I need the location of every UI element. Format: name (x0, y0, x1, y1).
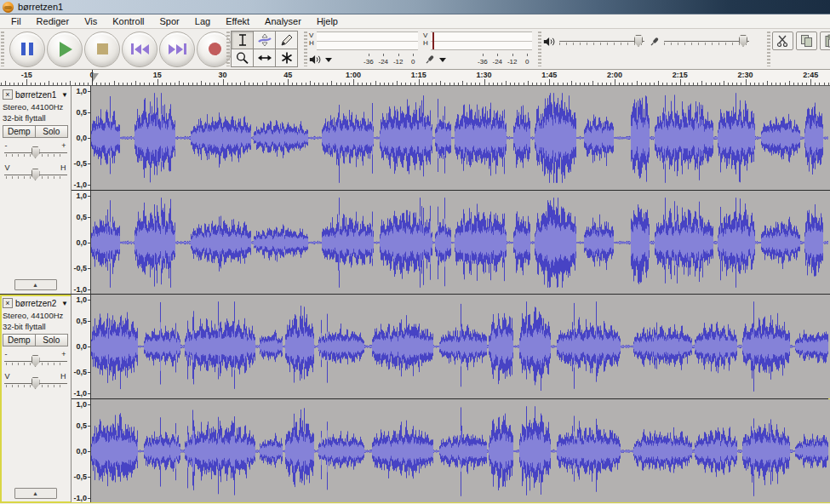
toolbar-grip[interactable] (538, 32, 541, 66)
solo-button[interactable]: Solo (36, 334, 69, 346)
ruler-tick (436, 83, 437, 85)
ruler-tick (724, 81, 724, 85)
stop-button[interactable] (84, 32, 120, 67)
toolbar-grip[interactable] (767, 32, 770, 66)
zoom-tool-button[interactable] (231, 49, 254, 67)
menu-item-kontroll[interactable]: Kontroll (105, 15, 152, 28)
toolbar-grip[interactable] (304, 32, 307, 66)
ruler-tick (728, 83, 729, 85)
menu-item-fil[interactable]: Fil (3, 15, 29, 28)
ruler-label: 2:30 (737, 71, 753, 79)
toolbar-grip[interactable] (1, 32, 4, 66)
magnifier-icon (235, 51, 250, 65)
vertical-ruler[interactable]: 1,00,50,0-0,5-1,0 (72, 86, 91, 190)
play-button[interactable] (47, 32, 83, 67)
waveform-area[interactable] (91, 399, 830, 503)
mute-button[interactable]: Demp (3, 125, 36, 138)
output-volume-slider[interactable] (559, 34, 644, 49)
ruler-label: 1:45 (541, 71, 557, 79)
ruler-tick (667, 83, 667, 85)
menu-item-spor[interactable]: Spor (152, 15, 187, 28)
ruler-tick (183, 83, 184, 85)
gain-min-label: - (5, 141, 8, 150)
track-name[interactable]: børretzen1 (15, 90, 59, 100)
playback-meter-dropdown-icon[interactable] (325, 58, 332, 62)
vruler-label: 1,0 (76, 192, 87, 200)
audacity-app-icon (3, 2, 14, 13)
mute-button[interactable]: Demp (3, 334, 36, 346)
track-name[interactable]: børretzen2 (15, 299, 59, 308)
ruler-tick (353, 79, 354, 85)
track-close-button[interactable]: × (3, 298, 13, 308)
ruler-tick (218, 83, 219, 85)
playback-meter[interactable]: VH -36 -24 -12 0 (309, 30, 418, 67)
waveform-canvas[interactable] (91, 295, 828, 398)
skip-to-end-button[interactable] (159, 32, 195, 67)
ruler-label: 2:15 (673, 71, 688, 79)
vertical-ruler[interactable]: 1,00,50,0-0,5-1,0 (72, 399, 91, 503)
pause-button[interactable] (9, 32, 45, 67)
meter-channel-labels: VH (309, 30, 317, 52)
envelope-tool-button[interactable] (253, 31, 276, 49)
mixer-toolbar (543, 29, 766, 53)
skip-to-start-button[interactable] (122, 32, 157, 67)
waveform-area[interactable] (91, 191, 830, 295)
waveform-area[interactable] (91, 86, 830, 190)
collapse-track-button[interactable]: ▲ (14, 279, 57, 290)
track-format-info: Stereo, 44100Hz (3, 311, 68, 320)
ruler-tick (506, 81, 507, 85)
ruler-tick (501, 83, 502, 85)
ruler-tick (711, 83, 712, 85)
recording-meter-dropdown-icon[interactable] (439, 58, 446, 62)
multi-tool-button[interactable] (275, 49, 298, 67)
menu-item-hjelp[interactable]: Hjelp (309, 15, 346, 28)
solo-button[interactable]: Solo (36, 125, 69, 138)
recording-meter[interactable]: VH -36 -24 -12 0 (423, 30, 532, 67)
ruler-tick (672, 83, 673, 85)
ruler-tick (510, 83, 511, 85)
gain-slider[interactable]: -+ (4, 141, 67, 160)
menu-item-analyser[interactable]: Analyser (257, 15, 309, 28)
input-volume-slider[interactable] (664, 34, 749, 49)
ruler-tick (493, 83, 494, 85)
speaker-icon (543, 36, 556, 48)
pan-slider[interactable]: VH (4, 163, 67, 182)
ruler-tick (458, 83, 459, 85)
track-menu-arrow-icon[interactable]: ▼ (61, 91, 68, 99)
gain-slider[interactable]: -+ (4, 350, 67, 369)
ruler-tick (236, 83, 237, 85)
ruler-tick (575, 83, 576, 85)
paste-button[interactable] (820, 32, 830, 50)
ruler-tick (401, 83, 402, 85)
ruler-tick (197, 83, 197, 85)
ruler-label: 15 (153, 71, 162, 79)
vertical-ruler[interactable]: 1,00,50,0-0,5-1,0 (72, 191, 91, 295)
timeshift-tool-button[interactable] (253, 49, 276, 67)
toolbar-grip[interactable] (226, 32, 230, 66)
waveform-canvas[interactable] (91, 86, 828, 190)
track-menu-arrow-icon[interactable]: ▼ (61, 300, 68, 307)
waveform-area[interactable] (91, 295, 830, 398)
waveform-canvas[interactable] (91, 191, 828, 295)
ruler-tick (341, 83, 341, 85)
menu-item-lag[interactable]: Lag (187, 15, 218, 28)
timeline-ruler[interactable]: -1501530451:001:151:301:452:002:152:302:… (0, 70, 830, 86)
copy-button[interactable] (796, 32, 817, 50)
menu-bar: FilRedigerVisKontrollSporLagEffektAnalys… (0, 14, 830, 29)
selection-tool-button[interactable] (231, 31, 254, 49)
ruler-tick (650, 83, 650, 85)
vruler-label: 0,0 (76, 238, 87, 247)
cut-button[interactable] (772, 32, 793, 50)
menu-item-vis[interactable]: Vis (77, 15, 105, 28)
menu-item-effekt[interactable]: Effekt (218, 15, 257, 28)
waveform-canvas[interactable] (91, 399, 828, 503)
pan-slider[interactable]: VH (4, 372, 67, 391)
ruler-tick (1, 83, 2, 85)
draw-tool-button[interactable] (275, 31, 298, 49)
track-close-button[interactable]: × (3, 89, 13, 100)
collapse-track-button[interactable]: ▲ (14, 488, 57, 499)
collapse-arrow-icon: ▲ (32, 490, 38, 496)
vertical-ruler[interactable]: 1,00,50,0-0,5-1,0 (72, 295, 91, 398)
ruler-tick (257, 83, 258, 85)
menu-item-rediger[interactable]: Rediger (29, 15, 77, 28)
